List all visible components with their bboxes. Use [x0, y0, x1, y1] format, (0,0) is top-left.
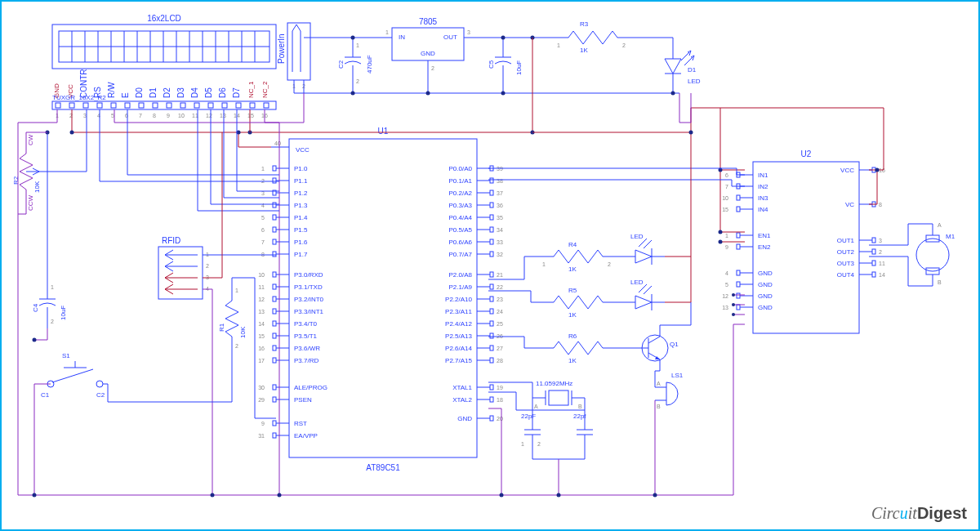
svg-rect-383: [737, 244, 740, 249]
svg-rect-238: [490, 178, 493, 183]
svg-point-115: [426, 91, 430, 96]
svg-text:2: 2: [235, 343, 238, 349]
svg-rect-66: [264, 103, 269, 108]
svg-text:R1: R1: [218, 323, 225, 332]
svg-rect-51: [56, 103, 60, 108]
svg-text:D5: D5: [204, 87, 213, 98]
svg-rect-274: [490, 297, 493, 301]
svg-point-426: [916, 239, 949, 271]
svg-text:P1.6: P1.6: [294, 239, 308, 246]
svg-text:OUT3: OUT3: [837, 260, 855, 267]
svg-text:IN: IN: [399, 33, 405, 41]
svg-rect-57: [139, 103, 144, 108]
svg-point-114: [351, 91, 355, 96]
svg-text:34: 34: [497, 227, 503, 233]
svg-text:EN1: EN1: [758, 232, 771, 239]
svg-text:9: 9: [167, 113, 170, 118]
svg-text:ALE/PROG: ALE/PROG: [294, 384, 327, 391]
res-R6: R6 1K: [541, 332, 616, 364]
svg-text:10: 10: [178, 113, 185, 118]
svg-text:P2.7/A15: P2.7/A15: [445, 357, 472, 364]
svg-rect-278: [490, 309, 493, 314]
cap-C2: C2 470uF 1 2: [337, 38, 373, 93]
svg-text:2: 2: [356, 78, 359, 84]
svg-rect-60: [180, 103, 185, 108]
svg-point-130: [96, 381, 103, 387]
svg-text:IN3: IN3: [758, 194, 768, 202]
svg-text:8: 8: [879, 202, 882, 207]
svg-rect-53: [83, 103, 88, 108]
svg-rect-226: [273, 421, 276, 426]
svg-text:12: 12: [258, 297, 265, 302]
svg-text:5: 5: [725, 282, 728, 288]
svg-rect-64: [236, 103, 241, 108]
xtal-block: 11.0592MHz A B: [532, 380, 585, 409]
svg-text:P3.0/RXD: P3.0/RXD: [294, 271, 323, 279]
svg-rect-379: [737, 233, 740, 238]
svg-marker-102: [665, 59, 681, 74]
svg-text:P1.0: P1.0: [294, 165, 308, 172]
svg-rect-52: [69, 103, 74, 108]
svg-text:E: E: [121, 92, 130, 98]
svg-line-350: [648, 337, 660, 343]
svg-text:15: 15: [258, 333, 265, 339]
svg-text:2: 2: [622, 42, 626, 48]
svg-text:10: 10: [722, 195, 728, 201]
svg-rect-68: [287, 23, 310, 80]
schematic-canvas: 16x2LCD GND VCC CONTR RS R/W E D0 D1 D2 …: [0, 0, 980, 531]
svg-rect-371: [737, 195, 740, 200]
svg-text:3: 3: [467, 29, 470, 35]
svg-text:1: 1: [385, 29, 389, 35]
svg-rect-59: [167, 103, 172, 108]
svg-point-446: [500, 493, 504, 498]
svg-text:19: 19: [497, 385, 503, 390]
svg-rect-411: [872, 238, 875, 243]
svg-text:P0.4/A4: P0.4/A4: [449, 214, 473, 221]
svg-rect-423: [872, 272, 875, 277]
svg-text:23: 23: [497, 297, 503, 302]
svg-text:D2: D2: [163, 87, 172, 98]
svg-rect-63: [222, 103, 227, 108]
svg-point-117: [671, 91, 675, 96]
svg-text:15: 15: [722, 207, 728, 212]
svg-text:15: 15: [247, 113, 254, 118]
svg-rect-62: [208, 103, 213, 108]
svg-point-110: [501, 36, 506, 40]
svg-text:2: 2: [206, 263, 209, 269]
res-R1: R1 10K 1 2: [218, 288, 247, 350]
svg-point-448: [653, 493, 657, 498]
svg-text:P2.0/A8: P2.0/A8: [449, 271, 473, 279]
svg-text:XTAL2: XTAL2: [452, 396, 472, 404]
svg-text:VC: VC: [845, 201, 854, 208]
svg-text:NC_2: NC_2: [261, 81, 269, 98]
svg-text:P2.5/A13: P2.5/A13: [445, 332, 472, 340]
svg-text:18: 18: [497, 397, 503, 403]
svg-rect-58: [153, 103, 158, 108]
svg-point-116: [501, 91, 506, 96]
svg-rect-302: [490, 397, 493, 402]
svg-rect-202: [273, 321, 276, 326]
svg-text:9: 9: [725, 244, 728, 250]
svg-text:P3.4/T0: P3.4/T0: [294, 320, 318, 328]
svg-text:LED: LED: [630, 279, 644, 286]
svg-text:IN2: IN2: [758, 183, 768, 190]
svg-point-108: [351, 36, 355, 40]
svg-rect-158: [273, 178, 276, 183]
svg-rect-198: [273, 309, 276, 314]
svg-text:10uF: 10uF: [60, 306, 67, 320]
switch-S1: S1 C1 C2: [41, 352, 105, 399]
svg-text:VCC: VCC: [840, 167, 854, 174]
svg-rect-154: [273, 166, 276, 171]
svg-text:5: 5: [111, 113, 114, 118]
svg-text:1: 1: [542, 261, 546, 267]
svg-text:P2.4/A12: P2.4/A12: [445, 320, 472, 328]
svg-text:C5: C5: [488, 60, 495, 69]
svg-text:EN2: EN2: [758, 243, 771, 251]
svg-rect-399: [737, 305, 740, 310]
transistor-Q1: Q1: [639, 335, 679, 361]
svg-point-447: [689, 131, 693, 135]
svg-text:P2.3/A11: P2.3/A11: [445, 308, 472, 315]
svg-rect-258: [490, 239, 493, 244]
svg-text:2: 2: [608, 261, 611, 267]
svg-text:R5: R5: [568, 287, 577, 294]
